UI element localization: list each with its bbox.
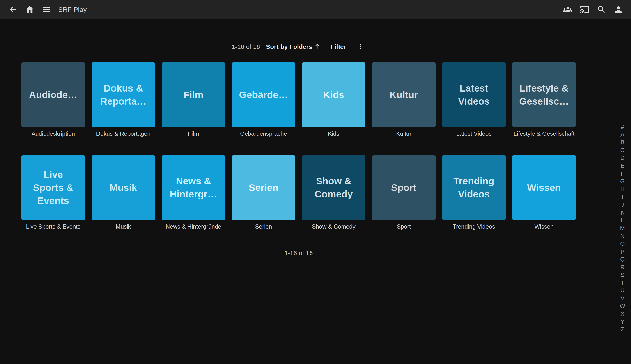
alpha-picker-letter[interactable]: Q [618,255,627,263]
alpha-picker-letter[interactable]: I [618,193,627,201]
library-card-label[interactable]: Kids [302,130,366,137]
alpha-picker-letter[interactable]: S [618,271,627,279]
alpha-picker-letter[interactable]: L [618,216,627,224]
library-card-box[interactable]: Wissen [512,155,576,220]
filter-button-label: Filter [331,43,346,50]
library-card-box[interactable]: Film [162,62,225,127]
library-card-label[interactable]: Latest Videos [442,130,506,137]
library-card-box[interactable]: Latest Videos [442,62,506,127]
library-card-title: Musik [110,181,137,194]
library-card: Latest VideosLatest Videos [442,62,506,137]
more-button[interactable] [356,42,366,52]
alpha-picker-letter[interactable]: V [618,294,627,302]
page-title: SRF Play [58,6,87,14]
library-card-label[interactable]: Audiodeskription [22,130,85,137]
alpha-picker-letter[interactable]: G [618,178,627,185]
alpha-picker-letter[interactable]: B [618,138,627,146]
alpha-picker-letter[interactable]: O [618,240,627,248]
alpha-picker-letter[interactable]: D [618,154,627,162]
alpha-picker-letter[interactable]: Y [618,318,627,326]
library-card: WissenWissen [512,155,576,230]
library-controls: 1-16 of 16 Sort by Folders Filter [22,42,576,52]
back-button[interactable] [6,4,19,16]
library-card-label[interactable]: Lifestyle & Gesellschaft [512,130,576,137]
library-card: Live Sports & EventsLive Sports & Events [22,155,85,230]
library-card-box[interactable]: Dokus & Reporta… [92,62,155,127]
library-card-title: Serien [249,181,278,194]
library-card-label[interactable]: Wissen [512,223,576,230]
library-card-label[interactable]: News & Hintergründe [162,223,225,230]
cast-button[interactable] [578,4,591,16]
library-card: KulturKultur [372,62,436,137]
library-card-box[interactable]: Show & Comedy [302,155,366,220]
home-button[interactable] [24,4,36,16]
alpha-picker: #ABCDEFGHIJKLMNOPQRSTUVWXYZ [618,123,627,333]
library-card-label[interactable]: Kultur [372,130,436,137]
library-card-label[interactable]: Film [162,130,225,137]
library-card-label[interactable]: Sport [372,223,436,230]
library-card-label[interactable]: Serien [232,223,295,230]
library-card-box[interactable]: Lifestyle & Gesellsc… [512,62,576,127]
alpha-picker-letter[interactable]: M [618,224,627,232]
library-card-box[interactable]: Kultur [372,62,436,127]
alpha-picker-letter[interactable]: W [618,302,627,310]
alpha-picker-letter[interactable]: F [618,170,627,178]
alpha-picker-letter[interactable]: E [618,162,627,170]
library-card-box[interactable]: Gebärde… [232,62,295,127]
back-arrow-icon [8,5,18,15]
menu-button[interactable] [40,4,53,16]
alpha-picker-letter[interactable]: J [618,201,627,209]
alpha-picker-letter[interactable]: U [618,286,627,294]
alpha-picker-letter[interactable]: C [618,146,627,154]
alpha-picker-letter[interactable]: A [618,131,627,138]
alpha-picker-letter[interactable]: N [618,232,627,240]
search-button[interactable] [595,4,608,16]
sort-button[interactable]: Sort by Folders [266,42,321,52]
library-page: 1-16 of 16 Sort by Folders Filter Audiod… [0,42,631,257]
library-card-title: Gebärde… [239,88,288,101]
syncplay-button[interactable] [561,4,574,16]
alpha-picker-letter[interactable]: K [618,209,627,216]
library-card-title: Dokus & Reporta… [100,82,146,108]
library-card-box[interactable]: Audiode… [22,62,85,127]
library-card-title: News & Hintergr… [170,174,217,200]
alpha-picker-letter[interactable]: # [618,123,627,131]
alpha-picker-letter[interactable]: P [618,248,627,256]
library-card-box[interactable]: Live Sports & Events [22,155,85,220]
library-card-label[interactable]: Show & Comedy [302,223,366,230]
library-card-title: Show & Comedy [314,174,353,200]
library-card: Show & ComedyShow & Comedy [302,155,366,230]
library-card-box[interactable]: News & Hintergr… [162,155,225,220]
paging-count-top: 1-16 of 16 [232,43,260,50]
library-card: Lifestyle & Gesellsc…Lifestyle & Gesells… [512,62,576,137]
alpha-picker-letter[interactable]: Z [618,326,627,333]
library-card-box[interactable]: Musik [92,155,155,220]
user-button[interactable] [612,4,625,16]
alpha-picker-letter[interactable]: T [618,279,627,287]
library-card-title: Trending Videos [453,174,494,200]
library-card-label[interactable]: Live Sports & Events [22,223,85,230]
library-card: SerienSerien [232,155,295,230]
library-card-label[interactable]: Trending Videos [442,223,506,230]
library-card-box[interactable]: Serien [232,155,295,220]
alpha-picker-letter[interactable]: H [618,185,627,193]
home-icon [25,5,34,15]
library-card-title: Kultur [390,88,418,101]
filter-button[interactable]: Filter [331,43,346,50]
library-card: KidsKids [302,62,366,137]
library-card-box[interactable]: Kids [302,62,366,127]
library-card-label[interactable]: Gebärdensprache [232,130,295,137]
sort-ascending-icon [312,42,321,52]
library-card: SportSport [372,155,436,230]
alpha-picker-letter[interactable]: R [618,263,627,271]
library-card-title: Wissen [527,181,561,194]
library-card-box[interactable]: Sport [372,155,436,220]
cast-icon [580,5,589,15]
library-card-label[interactable]: Musik [92,223,155,230]
sort-button-label: Sort by Folders [266,43,312,50]
alpha-picker-letter[interactable]: X [618,310,627,318]
library-card-label[interactable]: Dokus & Reportagen [92,130,155,137]
group-people-icon [563,5,572,15]
library-card-title: Kids [323,88,344,101]
library-card-box[interactable]: Trending Videos [442,155,506,220]
